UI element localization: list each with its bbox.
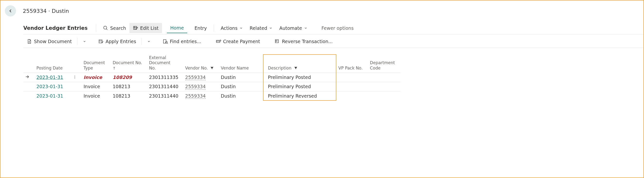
cell-posting-date[interactable]: 2023-01-31 [33,91,70,100]
find-entries-icon [163,39,168,44]
tab-home[interactable]: Home [167,23,187,33]
col-department-code[interactable]: Department Code [366,55,400,73]
filter-icon [294,66,298,70]
col-document-type[interactable]: Document Type [80,55,109,73]
col-row-menu [70,55,80,73]
svg-rect-12 [216,40,220,42]
reverse-transaction-label: Reverse Transaction... [282,39,333,44]
cell-document-type: Invoice [80,73,109,82]
cell-department-code [366,82,400,91]
actions-label: Actions [221,25,238,31]
cell-posting-date[interactable]: 2023-01-31 [33,82,70,91]
apply-entries-button[interactable]: Apply Entries [95,36,140,47]
reverse-transaction-button[interactable]: Reverse Transaction... [271,36,336,47]
cell-vendor-name: Dustin [217,91,264,100]
apply-entries-label: Apply Entries [106,39,136,44]
fewer-options-label: Fewer options [322,25,354,31]
col-vendor-no[interactable]: Vendor No. [182,55,218,73]
cell-vp-pack-no [335,82,366,91]
separator [96,24,96,32]
cell-vp-pack-no [335,91,366,100]
cell-document-no[interactable]: 108213 [109,91,146,100]
cell-external-doc-no: 2301311335 [146,73,182,82]
svg-line-11 [167,43,168,44]
chevron-down-icon [147,40,150,43]
chevron-down-icon [240,26,243,30]
back-button[interactable] [5,5,16,16]
separator [214,24,214,32]
cell-vendor-no[interactable]: 2559334 [182,73,218,82]
cell-description: Preliminary Reversed [264,91,335,100]
edit-list-icon [133,25,138,31]
cell-document-no[interactable]: 108209 [109,73,146,82]
col-document-no[interactable]: Document No. ↑ [109,55,146,73]
col-selector [23,55,33,73]
table-row[interactable]: 2023-01-31Invoice10821323013114402559334… [23,91,400,100]
table-row[interactable]: 2023-01-31Invoice10820923013113352559334… [23,73,400,82]
tab-home-label: Home [170,25,184,30]
arrow-right-icon [25,74,30,79]
apply-entries-icon [98,39,104,44]
svg-point-16 [74,77,75,77]
search-button[interactable]: Search [100,23,130,33]
sub-actionbar: Show Document Apply Entries Find entries… [23,35,644,48]
col-description-label: Description [268,66,292,71]
row-menu-button[interactable] [70,73,80,82]
col-description[interactable]: Description [264,55,335,73]
show-document-button[interactable]: Show Document [23,36,75,47]
find-entries-button[interactable]: Find entries... [159,36,205,47]
separator [77,38,78,45]
svg-point-15 [74,76,75,76]
cell-document-type: Invoice [80,82,109,91]
cell-vendor-name: Dustin [217,82,264,91]
svg-point-10 [166,41,167,43]
more-vertical-icon [73,75,77,79]
arrow-left-icon [8,8,13,13]
create-payment-label: Create Payment [223,39,260,44]
cell-vendor-no[interactable]: 2559334 [182,91,218,100]
cell-department-code [366,91,400,100]
col-vendor-no-label: Vendor No. [185,66,208,71]
cell-vendor-name: Dustin [217,73,264,82]
row-menu-button[interactable] [70,91,80,100]
col-document-no-label: Document No. [113,60,142,65]
search-label: Search [110,25,126,31]
table-row[interactable]: 2023-01-31Invoice10821323013114402559334… [23,82,400,91]
actions-menu[interactable]: Actions [217,23,246,33]
ledger-entries-table: Posting Date Document Type Document No. … [23,55,400,100]
show-document-split[interactable] [80,38,89,45]
col-vp-pack-no[interactable]: VP Pack No. [335,55,366,73]
actionbar-title: Vendor Ledger Entries [23,25,92,31]
document-icon [27,39,32,44]
edit-list-label: Edit List [140,25,158,31]
separator [142,38,142,45]
find-entries-label: Find entries... [170,39,201,44]
create-payment-button[interactable]: Create Payment [212,36,264,47]
cell-posting-date[interactable]: 2023-01-31 [33,73,70,82]
related-menu[interactable]: Related [246,23,276,33]
apply-entries-split[interactable] [145,38,153,45]
fewer-options-button[interactable]: Fewer options [318,23,357,33]
cell-department-code [366,73,400,82]
chevron-down-icon [83,40,86,43]
col-posting-date[interactable]: Posting Date [33,55,70,73]
tab-entry[interactable]: Entry [191,23,210,33]
col-vendor-name[interactable]: Vendor Name [217,55,264,73]
cell-document-no[interactable]: 108213 [109,82,146,91]
cell-external-doc-no: 2301311440 [146,91,182,100]
col-external-doc-no[interactable]: External Document No. [146,55,182,73]
edit-list-button[interactable]: Edit List [130,23,162,33]
sort-asc-icon: ↑ [113,66,116,71]
automate-label: Automate [279,25,302,31]
cell-document-type: Invoice [80,91,109,100]
row-menu-button[interactable] [70,82,80,91]
tab-entry-label: Entry [194,25,207,31]
show-document-label: Show Document [34,39,72,44]
cell-external-doc-no: 2301311440 [146,82,182,91]
cell-vp-pack-no [335,73,366,82]
related-label: Related [250,25,267,31]
cell-description: Preliminary Posted [264,82,335,91]
chevron-down-icon [269,26,272,30]
cell-vendor-no[interactable]: 2559334 [182,82,218,91]
automate-menu[interactable]: Automate [276,23,310,33]
